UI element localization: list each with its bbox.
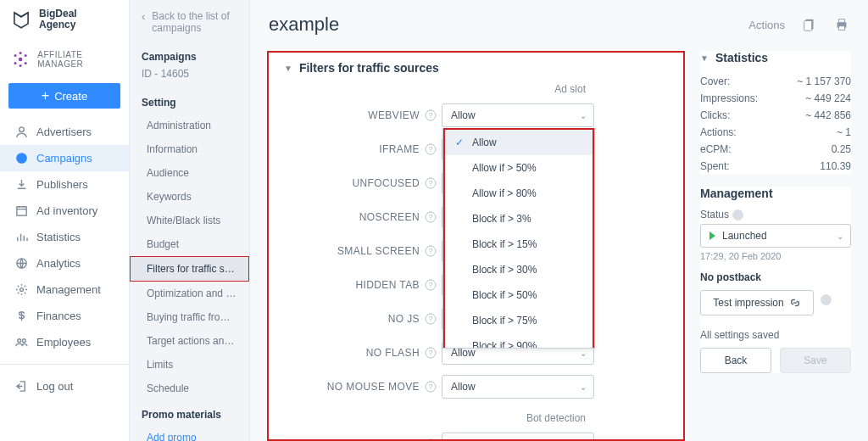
- test-impression-label: Test impression: [713, 297, 783, 309]
- info-icon[interactable]: [732, 209, 743, 220]
- stat-row: Impressions:~ 449 224: [700, 90, 851, 107]
- statistics-card: ▼Statistics Cover:~ 1 157 370Impressions…: [700, 51, 851, 175]
- nav-label: Advertisers: [36, 126, 92, 138]
- nav-item-publishers[interactable]: Publishers: [0, 171, 129, 198]
- filter-label: IFRAME: [284, 143, 420, 155]
- subnav-item[interactable]: Administration: [130, 114, 249, 137]
- back-to-campaigns[interactable]: ‹ Back to the list of campaigns: [130, 0, 249, 42]
- print-icon[interactable]: [834, 17, 849, 32]
- dropdown-option[interactable]: ✓Allow if > 50%: [445, 155, 593, 181]
- svg-point-6: [19, 64, 22, 67]
- filter-select[interactable]: Allow⌄✓Allow✓Allow if > 50%✓Allow if > 8…: [442, 103, 594, 127]
- filter-label: NO JS: [284, 313, 420, 325]
- test-impression-button[interactable]: Test impression: [700, 290, 814, 315]
- nav-item-analytics[interactable]: Analytics: [0, 250, 129, 276]
- nav-item-finances[interactable]: Finances: [0, 303, 129, 329]
- filter-select[interactable]: Allow⌄: [442, 433, 594, 441]
- dropdown-option[interactable]: ✓Block if > 75%: [445, 308, 593, 333]
- panel-title[interactable]: ▼ Filters for traffic sources: [284, 61, 668, 80]
- nav-label: Analytics: [36, 257, 81, 270]
- subnav-item[interactable]: Audience: [130, 161, 249, 185]
- stat-key: Cover:: [700, 75, 730, 87]
- subnav-item[interactable]: Schedule: [130, 377, 249, 400]
- dropdown-option[interactable]: ✓Block if > 90%: [445, 333, 593, 349]
- affiliate-avatar-icon: [10, 47, 31, 71]
- svg-point-2: [25, 54, 27, 57]
- subnav-item[interactable]: Limits: [130, 353, 249, 377]
- stat-row: eCPM:0.25: [700, 141, 851, 158]
- affiliate-block: AFFILIATE MANAGER: [0, 42, 129, 78]
- link-icon: [789, 297, 801, 309]
- svg-text:?: ?: [428, 349, 432, 357]
- logout-label: Log out: [36, 380, 73, 393]
- nav-item-advertisers[interactable]: Advertisers: [0, 119, 129, 145]
- stat-value: 0.25: [832, 143, 851, 155]
- nav-item-logout[interactable]: Log out: [0, 373, 129, 399]
- status-select[interactable]: Launched ⌄: [700, 224, 851, 248]
- actions-menu[interactable]: Actions: [748, 19, 785, 31]
- nav-item-management[interactable]: Management: [0, 276, 129, 303]
- nav-label: Statistics: [36, 231, 81, 243]
- dropdown-option[interactable]: ✓Allow if > 80%: [445, 181, 593, 206]
- nav-item-employees[interactable]: Employees: [0, 329, 129, 355]
- subnav-item[interactable]: Target actions and re...: [130, 329, 249, 353]
- nav-label: Campaigns: [36, 152, 92, 165]
- svg-text:?: ?: [428, 213, 432, 221]
- collapse-icon[interactable]: ▼: [700, 53, 709, 63]
- stat-value: 110.39: [820, 160, 851, 172]
- option-label: Block if > 3%: [472, 213, 531, 225]
- help-icon[interactable]: ?: [425, 211, 437, 223]
- svg-rect-16: [804, 21, 812, 31]
- filter-select[interactable]: Allow⌄: [442, 375, 594, 399]
- dropdown-option[interactable]: ✓Block if > 50%: [445, 282, 593, 308]
- select-value: Allow: [451, 381, 476, 393]
- download-icon: [15, 178, 28, 191]
- info-icon[interactable]: [821, 294, 832, 305]
- svg-text:?: ?: [428, 382, 432, 391]
- dropdown: ✓Allow✓Allow if > 50%✓Allow if > 80%✓Blo…: [442, 128, 595, 349]
- subnav-item[interactable]: White/Black lists: [130, 209, 249, 232]
- dropdown-option[interactable]: ✓Allow: [445, 130, 593, 155]
- subnav-item[interactable]: Buying traffic from S...: [130, 305, 249, 329]
- subnav-item[interactable]: Add promo: [130, 426, 249, 441]
- svg-point-4: [25, 62, 27, 64]
- collapse-icon: ▼: [284, 64, 292, 73]
- option-label: Block if > 30%: [472, 264, 537, 276]
- nav-item-campaigns[interactable]: Campaigns: [0, 145, 129, 171]
- help-icon[interactable]: ?: [425, 279, 437, 291]
- calendar-icon: [15, 204, 28, 217]
- dropdown-option[interactable]: ✓Block if > 3%: [445, 206, 593, 232]
- subnav-item[interactable]: Filters for traffic sour...: [130, 256, 249, 282]
- subnav-item[interactable]: Budget: [130, 232, 249, 256]
- copy-icon[interactable]: [802, 17, 817, 32]
- dropdown-option[interactable]: ✓Block if > 15%: [445, 232, 593, 257]
- plus-icon: +: [42, 89, 49, 103]
- help-icon[interactable]: ?: [425, 109, 437, 121]
- help-icon[interactable]: ?: [425, 245, 437, 257]
- user-icon: [15, 126, 28, 138]
- back-button[interactable]: Back: [700, 348, 771, 373]
- chevron-left-icon: ‹: [142, 10, 145, 34]
- svg-point-14: [22, 339, 25, 343]
- option-label: Block if > 50%: [472, 289, 537, 301]
- subnav-item[interactable]: Optimization and rules: [130, 282, 249, 305]
- stat-value: ~ 1 157 370: [797, 75, 851, 87]
- create-button[interactable]: +Create: [8, 83, 120, 109]
- help-icon[interactable]: ?: [425, 313, 437, 325]
- subnav-item[interactable]: Information: [130, 137, 249, 161]
- help-icon[interactable]: ?: [425, 381, 437, 393]
- right-column: ▼Statistics Cover:~ 1 157 370Impressions…: [700, 51, 851, 441]
- help-icon[interactable]: ?: [425, 347, 437, 359]
- filter-label: NO FLASH: [284, 347, 420, 359]
- help-icon[interactable]: ?: [425, 177, 437, 189]
- subnav-group[interactable]: Setting: [130, 88, 249, 114]
- nav-item-statistics[interactable]: Statistics: [0, 224, 129, 250]
- help-icon[interactable]: ?: [425, 143, 437, 155]
- brand-sub: Agency: [39, 19, 75, 31]
- subnav-item[interactable]: Keywords: [130, 185, 249, 209]
- filter-label: WEBVIEW: [284, 109, 420, 121]
- section-ad-slot: Ad slot: [284, 80, 586, 103]
- nav-item-adinventory[interactable]: Ad inventory: [0, 198, 129, 224]
- dropdown-option[interactable]: ✓Block if > 30%: [445, 257, 593, 282]
- subnav-group[interactable]: Promo materials: [130, 400, 249, 426]
